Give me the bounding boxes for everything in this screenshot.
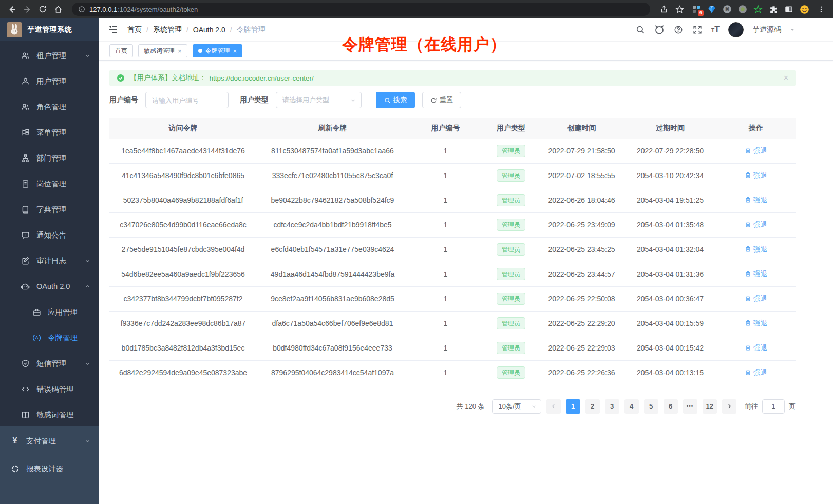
cell-created: 2022-06-26 18:04:46 xyxy=(539,188,624,212)
user-type-badge: 管理员 xyxy=(497,169,525,182)
reset-button[interactable]: 重置 xyxy=(422,92,461,108)
cell-access-token: c347026e805e4d99b0d116eae66eda8c xyxy=(109,212,257,237)
site-info-icon[interactable] xyxy=(78,6,85,13)
split-window-icon[interactable] xyxy=(784,4,794,14)
force-logout-button[interactable]: 强退 xyxy=(745,171,767,180)
cell-user-id: 1 xyxy=(408,212,483,237)
force-logout-button[interactable]: 强退 xyxy=(745,269,767,279)
breadcrumb-system[interactable]: 系统管理 xyxy=(153,25,182,34)
sidebar-item-oauth2-app[interactable]: 应用管理 xyxy=(0,299,99,325)
font-size-icon[interactable]: TT xyxy=(711,25,720,34)
sidebar-item-sms[interactable]: 短信管理 xyxy=(0,351,99,376)
sidebar-item-post[interactable]: 岗位管理 xyxy=(0,171,99,197)
bookmark-star-icon[interactable] xyxy=(673,3,686,16)
sidebar-menu: 租户管理 用户管理 角色管理 菜单管理 部门管理 xyxy=(0,41,99,426)
sidebar-item-errcode[interactable]: 错误码管理 xyxy=(0,376,99,402)
close-icon[interactable]: × xyxy=(178,48,182,54)
force-logout-button[interactable]: 强退 xyxy=(745,294,767,303)
force-logout-button[interactable]: 强退 xyxy=(745,196,767,205)
user-avatar[interactable] xyxy=(728,22,744,37)
page-size-select[interactable]: 10条/页 xyxy=(492,399,541,414)
prev-page-button[interactable] xyxy=(546,399,561,414)
cell-refresh-token: cdfc4ce9c2da4bb1bdf21b9918ff4be5 xyxy=(257,212,408,237)
force-logout-button[interactable]: 强退 xyxy=(745,245,767,254)
record-circle-icon[interactable] xyxy=(737,4,748,14)
sidebar-item-role[interactable]: 角色管理 xyxy=(0,94,99,120)
force-logout-button[interactable]: 强退 xyxy=(745,368,767,377)
user-id-input[interactable] xyxy=(145,92,229,108)
page-button-1[interactable]: 1 xyxy=(566,399,580,414)
sidebar-item-report-designer[interactable]: 报表设计器 xyxy=(0,455,99,482)
share-icon[interactable] xyxy=(657,3,671,16)
force-logout-button[interactable]: 强退 xyxy=(745,220,767,229)
browser-reload-icon[interactable] xyxy=(36,3,49,16)
browser-forward-icon[interactable] xyxy=(21,3,34,16)
emoji-icon[interactable] xyxy=(799,4,809,14)
help-icon[interactable] xyxy=(673,25,684,35)
page-button-6[interactable]: 6 xyxy=(664,399,678,414)
address-bar[interactable]: 127.0.0.1:1024/system/oauth2/token xyxy=(72,3,650,16)
browser-back-icon[interactable] xyxy=(5,3,18,16)
tab-home[interactable]: 首页 xyxy=(109,44,133,57)
command-circle-icon[interactable]: ⌘ xyxy=(722,4,732,14)
screen: 127.0.0.1:1024/system/oauth2/token 9 ⌘ 芋… xyxy=(0,0,833,504)
page-button-2[interactable]: 2 xyxy=(585,399,600,414)
sidebar-item-oauth2[interactable]: OAuth 2.0 xyxy=(0,274,99,299)
sidebar-item-menu-mgmt[interactable]: 菜单管理 xyxy=(0,120,99,145)
fullscreen-icon[interactable] xyxy=(692,25,703,35)
sidebar-item-tenant[interactable]: 租户管理 xyxy=(0,43,99,68)
sidebar-item-user[interactable]: 用户管理 xyxy=(0,68,99,94)
browser-menu-icon[interactable] xyxy=(815,3,828,16)
sidebar-fold-icon[interactable] xyxy=(108,24,119,35)
page-button-3[interactable]: 3 xyxy=(605,399,619,414)
force-logout-button[interactable]: 强退 xyxy=(745,319,767,328)
sidebar-item-label: 岗位管理 xyxy=(36,179,66,189)
refresh-icon xyxy=(430,97,437,104)
browser-home-icon[interactable] xyxy=(51,3,65,16)
search-button[interactable]: 搜索 xyxy=(376,92,415,108)
force-logout-button[interactable]: 强退 xyxy=(745,343,767,353)
user-name[interactable]: 芋道源码 xyxy=(752,25,781,34)
cell-access-token: 54d6be82ee5a460a9aedc1f9bf223656 xyxy=(109,262,257,286)
sidebar-item-dept[interactable]: 部门管理 xyxy=(0,145,99,171)
force-logout-label: 强退 xyxy=(753,269,767,279)
sidebar-item-oauth2-token[interactable]: A 令牌管理 xyxy=(0,325,99,351)
sidebar-item-label: 菜单管理 xyxy=(36,128,66,138)
doc-link[interactable]: https://doc.iocoder.cn/user-center/ xyxy=(210,74,314,82)
force-logout-button[interactable]: 强退 xyxy=(745,146,767,156)
puzzle-icon[interactable] xyxy=(768,4,779,14)
force-logout-label: 强退 xyxy=(753,146,767,156)
page-button-5[interactable]: 5 xyxy=(644,399,658,414)
sidebar-item-dict[interactable]: 字典管理 xyxy=(0,197,99,222)
search-icon[interactable] xyxy=(635,25,646,35)
sidebar-item-audit-log[interactable]: 审计日志 xyxy=(0,248,99,274)
sidebar-item-sensitive-word[interactable]: 敏感词管理 xyxy=(0,402,99,428)
col-actions: 操作 xyxy=(716,118,796,139)
green-star-icon[interactable] xyxy=(753,4,763,14)
sidebar-item-notice[interactable]: 通知公告 xyxy=(0,222,99,248)
breadcrumb-home[interactable]: 首页 xyxy=(127,25,142,34)
next-page-button[interactable] xyxy=(722,399,736,414)
page-button-4[interactable]: 4 xyxy=(624,399,639,414)
alert-close-icon[interactable]: × xyxy=(784,73,788,83)
gem-icon[interactable] xyxy=(707,4,717,14)
page-ellipsis-button[interactable]: ••• xyxy=(683,399,697,414)
sidebar-menu-bottom: ¥ 支付管理 报表设计器 xyxy=(0,426,99,504)
breadcrumb-oauth2[interactable]: OAuth 2.0 xyxy=(193,26,225,34)
github-icon[interactable] xyxy=(654,25,665,35)
goto-page-input[interactable] xyxy=(762,399,785,414)
user-type-badge: 管理员 xyxy=(497,145,525,157)
page-button-12[interactable]: 12 xyxy=(703,399,717,414)
close-icon[interactable]: × xyxy=(233,48,237,54)
force-logout-label: 强退 xyxy=(753,220,767,229)
user-type-select[interactable]: 请选择用户类型 xyxy=(276,92,362,108)
tab-sensitive-word[interactable]: 敏感词管理× xyxy=(138,44,187,57)
caret-down-icon[interactable] xyxy=(790,27,795,32)
extension-grid-icon[interactable]: 9 xyxy=(691,4,702,14)
sidebar-item-label: 租户管理 xyxy=(36,51,66,61)
sidebar-item-pay[interactable]: ¥ 支付管理 xyxy=(0,427,99,455)
sidebar-item-label: 角色管理 xyxy=(36,102,66,112)
tab-token-mgmt[interactable]: 令牌管理× xyxy=(193,44,243,57)
app-logo[interactable]: 芋道管理系统 xyxy=(0,18,99,41)
page-content: 【用户体系】文档地址： https://doc.iocoder.cn/user-… xyxy=(99,61,833,414)
